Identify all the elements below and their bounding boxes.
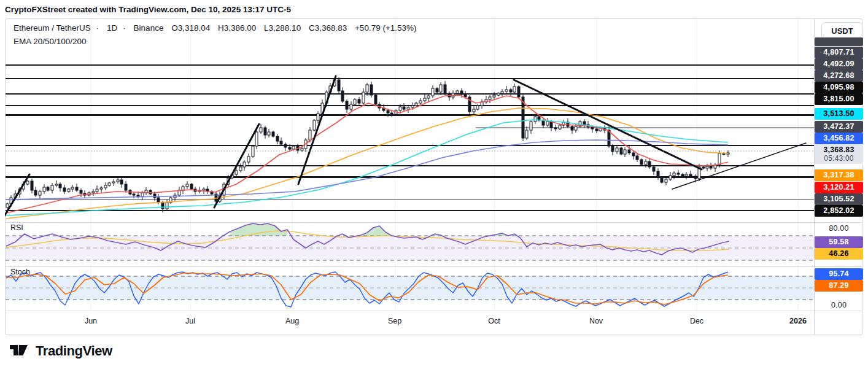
rsi-pane bbox=[6, 223, 814, 260]
tradingview-screenshot: CryptoFXStreet created with TradingView.… bbox=[0, 0, 868, 372]
time-label-aug: Aug bbox=[285, 317, 299, 325]
exchange-label: Binance bbox=[134, 23, 164, 33]
watermark-text: CryptoFXStreet created with TradingView.… bbox=[5, 5, 291, 14]
clipped-price-label bbox=[815, 37, 863, 46]
rsi-pane-label[interactable]: RSI bbox=[10, 223, 23, 232]
time-label-jun: Jun bbox=[85, 317, 97, 325]
price-label-381500: 3,815.00 bbox=[815, 93, 863, 105]
price-label-480771: 4,807.71 bbox=[815, 47, 863, 58]
ohlc-low: L3,288.10 bbox=[264, 23, 301, 33]
legend-separator: · bbox=[123, 23, 126, 33]
trendlines bbox=[5, 76, 806, 219]
interval-label[interactable]: 1D bbox=[107, 23, 117, 33]
chart-canvas[interactable] bbox=[5, 18, 862, 335]
ohlc-high: H3,386.00 bbox=[218, 23, 256, 33]
stoch-pane-label[interactable]: Stoch bbox=[10, 268, 30, 276]
price-label-449209: 4,492.09 bbox=[815, 58, 863, 70]
ohlc-close: C3,368.83 bbox=[309, 23, 347, 33]
ema-legend[interactable]: EMA 20/50/100/200 bbox=[14, 37, 87, 46]
ohlc-open: O3,318.04 bbox=[171, 23, 210, 33]
ohlc-change: +50.79 (+1.53%) bbox=[355, 23, 417, 33]
countdown-timer: 05:43:00 bbox=[824, 155, 853, 163]
price-label-5958: 59.58 bbox=[815, 236, 863, 248]
symbol-legend[interactable]: Ethereum / TetherUS· 1D· Binance O3,318.… bbox=[14, 23, 422, 33]
price-label-9574: 95.74 bbox=[815, 268, 863, 280]
time-label-2026: 2026 bbox=[789, 317, 807, 325]
price-label-427268: 4,272.68 bbox=[815, 70, 863, 82]
stoch-pane bbox=[6, 272, 814, 307]
price-label-347237: 3,472.37 bbox=[815, 121, 863, 133]
price-label-000: 0.00 bbox=[815, 300, 863, 311]
last-price-label: 3,368.8305:43:00 bbox=[815, 145, 863, 164]
tradingview-logo-icon bbox=[7, 341, 30, 361]
price-label-4626: 46.26 bbox=[815, 248, 863, 260]
price-label-331738: 3,317.38 bbox=[815, 169, 863, 181]
price-label-8000: 80.00 bbox=[815, 223, 863, 234]
tradingview-wordmark: TradingView bbox=[36, 343, 112, 359]
price-label-285202: 2,852.02 bbox=[815, 205, 863, 217]
time-label-oct: Oct bbox=[488, 317, 500, 325]
time-label-dec: Dec bbox=[690, 317, 703, 325]
price-label-8729: 87.29 bbox=[815, 280, 863, 292]
time-label-sep: Sep bbox=[388, 317, 401, 325]
price-label-345682: 3,456.82 bbox=[815, 133, 863, 144]
tradingview-footer: TradingView bbox=[7, 341, 112, 361]
time-label-nov: Nov bbox=[589, 317, 603, 325]
ema-lines bbox=[6, 95, 728, 219]
legend-separator: · bbox=[96, 23, 99, 33]
price-label-312021: 3,120.21 bbox=[815, 182, 863, 193]
price-label-310552: 3,105.52 bbox=[815, 193, 863, 205]
price-label-409598: 4,095.98 bbox=[815, 82, 863, 93]
time-label-jul: Jul bbox=[185, 317, 195, 325]
symbol-name[interactable]: Ethereum / TetherUS bbox=[14, 23, 91, 33]
price-label-351350: 3,513.50 bbox=[815, 108, 863, 120]
